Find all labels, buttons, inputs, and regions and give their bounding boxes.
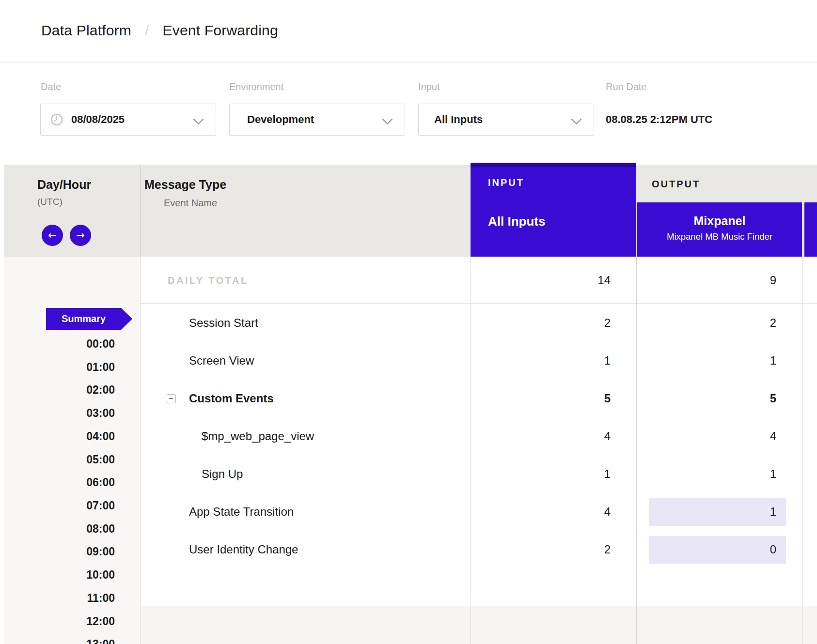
hour-label[interactable]: 10:00 (4, 563, 115, 586)
output-group-label: OUTPUT (652, 179, 700, 190)
environment-value: Development (247, 113, 314, 126)
input-count: 2 (471, 531, 611, 568)
event-name: Screen View (189, 342, 254, 380)
output-count: 1 (636, 342, 776, 380)
chevron-down-icon (382, 114, 393, 124)
message-type-title: Message Type (144, 178, 226, 192)
event-name: Custom Events (189, 380, 274, 417)
prev-day-button[interactable]: ← (42, 225, 63, 246)
environment-dropdown[interactable]: Development (229, 104, 405, 136)
collapse-minus-icon[interactable] (167, 394, 176, 403)
header-divider (0, 62, 817, 62)
selected-column-strip (471, 163, 636, 167)
input-count: 5 (471, 380, 611, 417)
output-column-subtitle: Mixpanel MB Music Finder (637, 231, 802, 242)
input-dropdown[interactable]: All Inputs (418, 104, 594, 136)
next-output-column-partial[interactable] (804, 202, 817, 257)
chevron-down-icon (571, 114, 581, 124)
environment-filter-label: Environment (229, 81, 283, 92)
input-count: 4 (471, 417, 611, 455)
event-name: User Identity Change (189, 531, 298, 568)
hour-label[interactable]: 09:00 (4, 540, 115, 563)
clock-icon (50, 113, 63, 126)
breadcrumb: Data Platform / Event Forwarding (41, 0, 278, 61)
hour-label[interactable]: 13:00 (4, 632, 115, 644)
input-count: 2 (471, 304, 611, 342)
hour-label[interactable]: 07:00 (4, 494, 115, 517)
daily-total-input: 14 (471, 257, 611, 304)
run-date-value: 08.08.25 2:12PM UTC (606, 104, 712, 136)
hour-label[interactable]: 00:00 (4, 332, 115, 355)
hour-label[interactable]: 12:00 (4, 610, 115, 633)
hour-label[interactable]: 03:00 (4, 401, 115, 425)
header-column-divider (141, 165, 141, 257)
daily-total-label: DAILY TOTAL (168, 257, 249, 304)
event-name: App State Transition (189, 493, 294, 531)
day-hour-subtitle: (UTC) (37, 197, 63, 207)
arrow-right-icon: → (76, 230, 85, 241)
event-name: $mp_web_page_view (202, 417, 314, 455)
output-column-header[interactable]: Mixpanel Mixpanel MB Music Finder (637, 202, 802, 257)
page-title: Event Forwarding (163, 22, 278, 39)
input-column-name: All Inputs (488, 214, 545, 229)
input-column-header[interactable]: INPUT All Inputs (471, 163, 636, 257)
table-row: Custom Events55 (0, 380, 817, 417)
summary-row-tag[interactable]: Summary (46, 308, 132, 330)
output-count: 1 (636, 493, 776, 531)
date-filter-label: Date (41, 81, 61, 92)
table-row: $mp_web_page_view44 (0, 417, 817, 455)
output-count: 1 (636, 455, 776, 493)
input-group-label: INPUT (488, 177, 524, 188)
event-name: Sign Up (202, 455, 243, 493)
run-date-label: Run Date (606, 81, 647, 92)
input-count: 1 (471, 342, 611, 380)
event-name: Session Start (189, 304, 258, 342)
date-value: 08/08/2025 (71, 113, 125, 126)
next-day-button[interactable]: → (70, 225, 91, 246)
table-row: App State Transition41 (0, 493, 817, 531)
table-row: User Identity Change20 (0, 531, 817, 568)
breadcrumb-section[interactable]: Data Platform (41, 22, 131, 39)
chevron-down-icon (193, 114, 204, 124)
table-footer-area (141, 606, 817, 644)
output-count: 2 (636, 304, 776, 342)
hour-label[interactable]: 06:00 (4, 471, 115, 494)
hour-label[interactable]: 05:00 (4, 448, 115, 471)
date-dropdown[interactable]: 08/08/2025 (40, 104, 216, 136)
arrow-left-icon: ← (48, 230, 57, 241)
input-count: 4 (471, 493, 611, 531)
hour-label[interactable]: 08:00 (4, 517, 115, 540)
hour-label[interactable]: 11:00 (4, 586, 115, 610)
day-hour-title: Day/Hour (37, 178, 91, 192)
input-value: All Inputs (434, 113, 483, 126)
output-count: 5 (636, 380, 776, 417)
output-count: 4 (636, 417, 776, 455)
hour-label[interactable]: 04:00 (4, 425, 115, 448)
table-row: Screen View11 (0, 342, 817, 380)
hour-label[interactable]: 02:00 (4, 378, 115, 401)
daily-total-output: 9 (636, 257, 776, 304)
event-name-subtitle: Event Name (164, 198, 217, 209)
input-count: 1 (471, 455, 611, 493)
hour-label[interactable]: 01:00 (4, 355, 115, 379)
event-forwarding-page: Data Platform / Event Forwarding Date En… (0, 0, 817, 644)
breadcrumb-separator: / (145, 22, 149, 39)
table-row: Sign Up11 (0, 455, 817, 493)
output-count: 0 (636, 531, 776, 568)
output-column-name: Mixpanel (637, 214, 802, 228)
input-filter-label: Input (418, 81, 440, 92)
